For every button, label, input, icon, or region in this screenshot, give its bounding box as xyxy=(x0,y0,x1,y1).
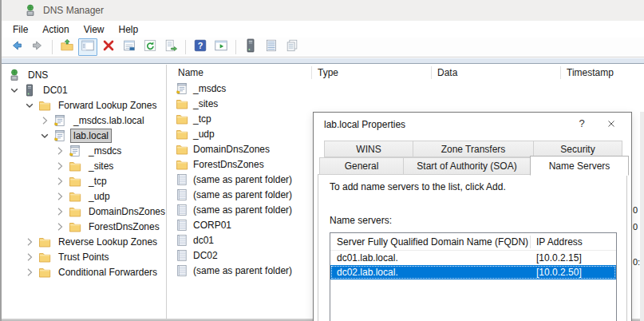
close-icon[interactable] xyxy=(598,114,625,133)
tree-item-label: _tcp xyxy=(85,174,110,188)
record-icon xyxy=(176,173,188,186)
ns-column-divider[interactable] xyxy=(530,236,531,248)
forward-arrow-icon xyxy=(30,38,45,56)
delete-button[interactable] xyxy=(99,38,118,56)
dialog-shadow xyxy=(640,112,644,321)
new-server-button[interactable] xyxy=(241,38,260,56)
list-row[interactable]: _sites xyxy=(172,96,644,111)
tree-item-domaindnszones[interactable]: DomainDnsZones xyxy=(2,204,166,219)
ns-column-header[interactable]: Server Fully Qualified Domain Name (FQDN… xyxy=(337,233,528,251)
name-servers-label: Name servers: xyxy=(330,215,392,226)
show-console-tree-button[interactable] xyxy=(78,38,97,56)
name-server-row[interactable]: dc02.lab.local.[10.0.2.50] xyxy=(330,265,616,279)
export-list-icon xyxy=(164,38,178,56)
tree-item-label: Conditional Forwarders xyxy=(55,265,160,279)
tree-item-conditional-forwarders[interactable]: Conditional Forwarders xyxy=(2,264,166,279)
dialog-help-button[interactable]: ? xyxy=(571,114,593,133)
chev-closed-icon xyxy=(53,205,66,218)
name-servers-columns: Server Fully Qualified Domain Name (FQDN… xyxy=(330,233,616,251)
tree-item-lab-local[interactable]: lab.local xyxy=(2,128,166,143)
tab-start-of-authority-soa-[interactable]: Start of Authority (SOA) xyxy=(403,157,531,175)
ns-ip: [10.0.2.15] xyxy=(536,252,582,264)
chev-closed-icon xyxy=(23,266,36,279)
forward-button[interactable] xyxy=(28,38,47,56)
copy-icon xyxy=(285,38,299,56)
up-one-level-button[interactable] xyxy=(57,38,77,56)
column-header-timestamp[interactable]: Timestamp xyxy=(567,65,614,81)
zone-icon xyxy=(53,129,66,142)
app-icon xyxy=(24,4,37,17)
folder-up-icon xyxy=(60,38,74,56)
tree-item--tcp[interactable]: _tcp xyxy=(2,173,166,188)
zone-icon xyxy=(176,82,188,95)
properties-dialog: lab.local Properties ? WINSZone Transfer… xyxy=(313,112,632,321)
svg-text:?: ? xyxy=(198,41,203,50)
tree-item--msdcs-lab-local[interactable]: _msdcs.lab.local xyxy=(2,113,166,128)
column-header-name[interactable]: Name xyxy=(178,65,203,81)
folder-icon xyxy=(38,236,51,248)
record-list-button[interactable] xyxy=(262,38,281,56)
tree-item--msdcs[interactable]: _msdcs xyxy=(2,143,166,158)
name-server-row[interactable]: dc01.lab.local.[10.0.2.15] xyxy=(330,251,616,265)
tab-wins[interactable]: WINS xyxy=(324,141,413,157)
chev-closed-icon xyxy=(53,145,66,157)
copy-button[interactable] xyxy=(282,38,302,56)
tree-item-label: lab.local xyxy=(70,129,112,143)
toolbar: ? xyxy=(2,38,644,57)
tree-item-forestdnszones[interactable]: ForestDnsZones xyxy=(2,219,166,234)
tree-item-dns[interactable]: DNS xyxy=(2,67,166,82)
refresh-button[interactable] xyxy=(140,38,160,56)
title-bar: DNS Manager xyxy=(2,0,644,21)
properties-button[interactable] xyxy=(120,38,139,56)
instruction-text: To add name servers to the list, click A… xyxy=(330,181,506,192)
tree-item-label: Forward Lookup Zones xyxy=(55,98,160,113)
list-row[interactable]: _msdcs xyxy=(172,81,644,96)
menu-item-help[interactable]: Help xyxy=(112,22,146,37)
tree-item-reverse-lookup-zones[interactable]: Reverse Lookup Zones xyxy=(2,234,166,249)
tree-item-label: DC01 xyxy=(40,83,71,97)
list-row-name: (same as parent folder) xyxy=(193,265,292,276)
menu-item-view[interactable]: View xyxy=(77,22,112,37)
show-action-pane-button[interactable] xyxy=(211,38,231,56)
tree-item-trust-points[interactable]: Trust Points xyxy=(2,249,166,264)
list-row-name: (same as parent folder) xyxy=(193,204,292,216)
tab-general[interactable]: General xyxy=(319,157,404,175)
tree-item-label: _msdcs xyxy=(85,144,124,158)
menu-item-action[interactable]: Action xyxy=(35,22,76,37)
console-band xyxy=(2,58,644,64)
back-button[interactable] xyxy=(7,38,26,56)
tab-security[interactable]: Security xyxy=(533,141,622,157)
column-header-data[interactable]: Data xyxy=(437,65,457,81)
show-tree-icon xyxy=(81,38,95,56)
tree-item-label: ForestDnsZones xyxy=(85,220,163,234)
column-header-type[interactable]: Type xyxy=(318,65,338,81)
help-button[interactable]: ? xyxy=(191,38,210,56)
tree-item-label: Reverse Lookup Zones xyxy=(55,235,160,249)
ns-column-header[interactable]: IP Address xyxy=(536,233,583,251)
tree-item-forward-lookup-zones[interactable]: Forward Lookup Zones xyxy=(2,97,166,113)
column-divider[interactable] xyxy=(431,66,432,79)
tab-zone-transfers[interactable]: Zone Transfers xyxy=(413,141,534,157)
ns-fqdn: dc01.lab.local. xyxy=(337,252,398,264)
list-row-name: dc01 xyxy=(193,235,214,246)
tab-name-servers[interactable]: Name Servers xyxy=(530,156,629,176)
record-list-icon xyxy=(264,38,279,56)
server-icon xyxy=(243,38,258,56)
column-divider[interactable] xyxy=(560,66,561,79)
chev-closed-icon xyxy=(53,190,66,203)
folder-icon xyxy=(69,190,81,203)
export-list-button[interactable] xyxy=(161,38,180,56)
name-servers-listbox[interactable]: Server Fully Qualified Domain Name (FQDN… xyxy=(330,232,617,321)
toolbar-separator xyxy=(52,40,53,54)
record-icon xyxy=(176,264,188,277)
chev-closed-icon xyxy=(53,160,66,172)
record-icon xyxy=(176,188,188,201)
chev-closed-icon xyxy=(38,114,51,127)
tree-item-dc01[interactable]: DC01 xyxy=(2,82,166,97)
toolbar-separator xyxy=(235,40,236,54)
menu-item-file[interactable]: File xyxy=(6,22,35,37)
tree-item--sites[interactable]: _sites xyxy=(2,158,166,173)
tree-item--udp[interactable]: _udp xyxy=(2,188,166,204)
server-icon xyxy=(23,84,36,97)
column-divider[interactable] xyxy=(311,66,312,79)
